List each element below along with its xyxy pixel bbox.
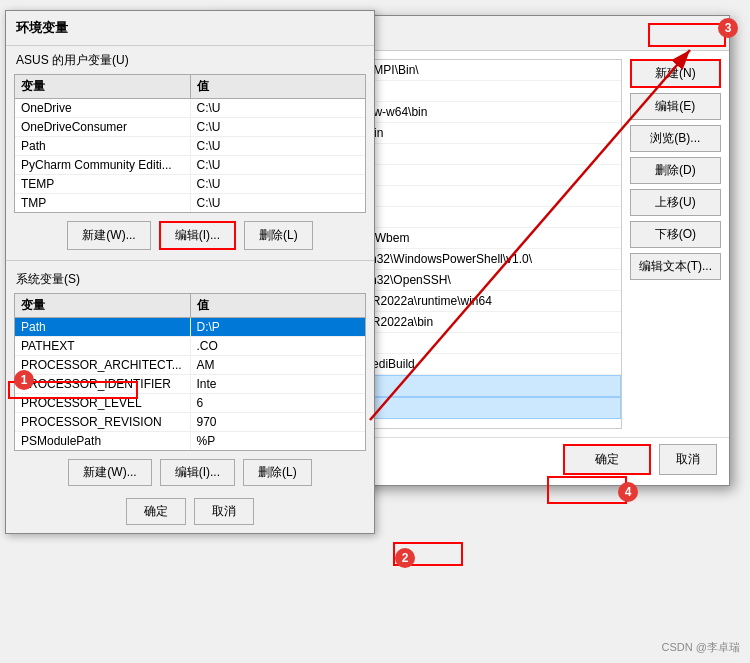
sys-var-name: PROCESSOR_LEVEL bbox=[15, 394, 191, 412]
user-var-row[interactable]: OneDriveC:\U bbox=[15, 99, 365, 118]
sys-vars-header: 变量 值 bbox=[15, 294, 365, 318]
sys-var-col-val: 值 bbox=[191, 294, 366, 317]
path-action-button[interactable]: 编辑(E) bbox=[630, 93, 721, 120]
user-var-col-name: 变量 bbox=[15, 75, 191, 98]
user-new-button[interactable]: 新建(W)... bbox=[67, 221, 150, 250]
sys-var-row[interactable]: PROCESSOR_ARCHITECT...AM bbox=[15, 356, 365, 375]
sys-new-button[interactable]: 新建(W)... bbox=[68, 459, 151, 486]
path-action-button[interactable]: 新建(N) bbox=[630, 59, 721, 88]
user-var-row[interactable]: PyCharm Community Editi...C:\U bbox=[15, 156, 365, 175]
sys-var-value: AM bbox=[191, 356, 366, 374]
user-var-col-val: 值 bbox=[191, 75, 366, 98]
annotation-1: 1 bbox=[14, 370, 34, 390]
sys-var-name: PROCESSOR_REVISION bbox=[15, 413, 191, 431]
sys-var-row[interactable]: PathD:\P bbox=[15, 318, 365, 337]
sys-vars-table: 变量 值 PathD:\PPATHEXT.COPROCESSOR_ARCHITE… bbox=[14, 293, 366, 451]
env-dialog-bottom: 确定 取消 bbox=[6, 492, 374, 533]
user-vars-rows: OneDriveC:\UOneDriveConsumerC:\UPathC:\U… bbox=[15, 99, 365, 212]
user-var-row[interactable]: PathC:\U bbox=[15, 137, 365, 156]
env-dialog: 环境变量 ASUS 的用户变量(U) 变量 值 OneDriveC:\UOneD… bbox=[5, 10, 375, 534]
sys-var-row[interactable]: PROCESSOR_REVISION970 bbox=[15, 413, 365, 432]
sys-var-row[interactable]: PSModulePath%P bbox=[15, 432, 365, 450]
sys-btn-row: 新建(W)... 编辑(I)... 删除(L) bbox=[6, 453, 374, 492]
user-vars-header: 变量 值 bbox=[15, 75, 365, 99]
sys-var-name: PROCESSOR_ARCHITECT... bbox=[15, 356, 191, 374]
annotation-2: 2 bbox=[395, 548, 415, 568]
user-vars-label: ASUS 的用户变量(U) bbox=[6, 46, 374, 72]
sys-vars-rows: PathD:\PPATHEXT.COPROCESSOR_ARCHITECT...… bbox=[15, 318, 365, 450]
sys-var-name: PROCESSOR_IDENTIFIER bbox=[15, 375, 191, 393]
path-action-button[interactable]: 上移(U) bbox=[630, 189, 721, 216]
sys-var-value: Inte bbox=[191, 375, 366, 393]
path-action-button[interactable]: 编辑文本(T)... bbox=[630, 253, 721, 280]
sys-var-name: Path bbox=[15, 318, 191, 336]
user-var-value: C:\U bbox=[191, 99, 366, 117]
main-dialog: 编辑环境变量 D:\Program Files\Microsoft MPI\Bi… bbox=[0, 0, 750, 663]
path-action-button[interactable]: 浏览(B)... bbox=[630, 125, 721, 152]
path-buttons: 新建(N)编辑(E)浏览(B)...删除(D)上移(U)下移(O)编辑文本(T)… bbox=[622, 51, 729, 437]
sys-var-value: .CO bbox=[191, 337, 366, 355]
sys-delete-button[interactable]: 删除(L) bbox=[243, 459, 312, 486]
user-var-name: OneDriveConsumer bbox=[15, 118, 191, 136]
annotation-4: 4 bbox=[618, 482, 638, 502]
user-var-value: C:\U bbox=[191, 194, 366, 212]
sys-var-value: 6 bbox=[191, 394, 366, 412]
path-cancel-button[interactable]: 取消 bbox=[659, 444, 717, 475]
user-var-name: TEMP bbox=[15, 175, 191, 193]
sys-var-row[interactable]: PATHEXT.CO bbox=[15, 337, 365, 356]
user-var-name: OneDrive bbox=[15, 99, 191, 117]
user-var-row[interactable]: OneDriveConsumerC:\U bbox=[15, 118, 365, 137]
path-ok-button[interactable]: 确定 bbox=[563, 444, 651, 475]
env-ok-button[interactable]: 确定 bbox=[126, 498, 186, 525]
sys-var-name: PATHEXT bbox=[15, 337, 191, 355]
user-var-name: Path bbox=[15, 137, 191, 155]
sys-var-value: %P bbox=[191, 432, 366, 450]
user-edit-button[interactable]: 编辑(I)... bbox=[159, 221, 236, 250]
user-var-value: C:\U bbox=[191, 137, 366, 155]
sys-var-col-name: 变量 bbox=[15, 294, 191, 317]
user-var-name: PyCharm Community Editi... bbox=[15, 156, 191, 174]
path-action-button[interactable]: 删除(D) bbox=[630, 157, 721, 184]
user-var-value: C:\U bbox=[191, 175, 366, 193]
user-delete-button[interactable]: 删除(L) bbox=[244, 221, 313, 250]
sys-edit-button[interactable]: 编辑(I)... bbox=[160, 459, 235, 486]
annotation-3: 3 bbox=[718, 18, 738, 38]
env-cancel-button[interactable]: 取消 bbox=[194, 498, 254, 525]
sys-var-value: 970 bbox=[191, 413, 366, 431]
section-divider bbox=[6, 260, 374, 261]
env-dialog-title: 环境变量 bbox=[6, 11, 374, 46]
sys-vars-label: 系统变量(S) bbox=[6, 265, 374, 291]
sys-var-value: D:\P bbox=[191, 318, 366, 336]
sys-var-row[interactable]: PROCESSOR_IDENTIFIERInte bbox=[15, 375, 365, 394]
user-vars-table: 变量 值 OneDriveC:\UOneDriveConsumerC:\UPat… bbox=[14, 74, 366, 213]
user-btn-row: 新建(W)... 编辑(I)... 删除(L) bbox=[6, 215, 374, 256]
user-var-name: TMP bbox=[15, 194, 191, 212]
user-var-row[interactable]: TEMPC:\U bbox=[15, 175, 365, 194]
watermark: CSDN @李卓瑞 bbox=[662, 640, 740, 655]
sys-var-name: PSModulePath bbox=[15, 432, 191, 450]
user-var-value: C:\U bbox=[191, 118, 366, 136]
user-var-value: C:\U bbox=[191, 156, 366, 174]
user-var-row[interactable]: TMPC:\U bbox=[15, 194, 365, 212]
path-action-button[interactable]: 下移(O) bbox=[630, 221, 721, 248]
sys-var-row[interactable]: PROCESSOR_LEVEL6 bbox=[15, 394, 365, 413]
